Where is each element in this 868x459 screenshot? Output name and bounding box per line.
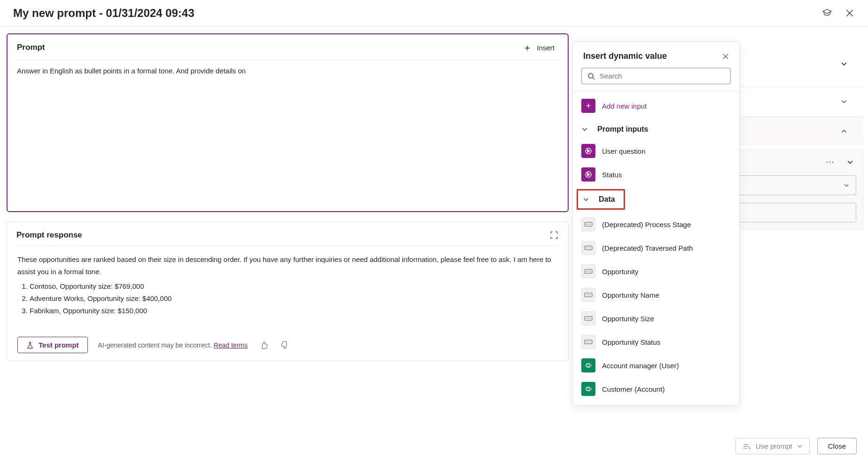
insert-label: Insert <box>537 44 555 52</box>
item-label: (Deprecated) Traversed Path <box>602 244 693 252</box>
response-section-label: Prompt response <box>16 230 82 240</box>
use-prompt-icon <box>743 443 751 450</box>
list-item: Adventure Works, Opportunity size: $400,… <box>30 293 558 305</box>
disclaimer: AI-generated content may be incorrect. R… <box>98 341 248 349</box>
prompt-input-item[interactable]: Status <box>573 163 739 186</box>
response-footer: Test prompt AI-generated content may be … <box>7 321 568 353</box>
chevron-down-icon <box>581 126 588 133</box>
text-field-icon <box>581 241 595 255</box>
text-field-icon <box>581 288 595 302</box>
footer: Use prompt Close <box>735 438 857 454</box>
left-column: Prompt ＋ Insert Answer in English as bul… <box>5 33 569 361</box>
close-button[interactable]: Close <box>817 438 857 454</box>
search-icon <box>587 72 595 80</box>
text-field-icon <box>581 217 595 231</box>
search-input[interactable] <box>600 72 725 80</box>
prompt-card-header: Prompt ＋ Insert <box>17 34 558 60</box>
insert-button[interactable]: ＋ Insert <box>519 41 558 54</box>
chevron-down-icon <box>583 196 589 203</box>
learn-icon[interactable] <box>822 8 832 18</box>
svg-point-4 <box>588 73 593 78</box>
chevron-down-icon[interactable] <box>847 159 853 166</box>
prompt-card: Prompt ＋ Insert Answer in English as bul… <box>7 33 569 212</box>
svg-line-5 <box>593 78 594 79</box>
prompt-textarea[interactable]: Answer in English as bullet points in a … <box>8 60 568 211</box>
data-item[interactable]: (Deprecated) Process Stage <box>573 213 739 236</box>
add-new-input-label: Add new input <box>602 102 647 110</box>
chevron-down-icon[interactable] <box>841 98 847 105</box>
close-icon[interactable] <box>845 8 855 18</box>
add-new-input-button[interactable]: + Add new input <box>573 97 739 119</box>
header: My new prompt - 01/31/2024 09:43 <box>0 0 868 27</box>
list-item: Fabrikam, Opportunity size: $150,000 <box>30 305 558 317</box>
page-title: My new prompt - 01/31/2024 09:43 <box>13 7 195 20</box>
text-field-icon <box>581 335 595 349</box>
response-intro: These opportunities are ranked based on … <box>17 253 558 278</box>
item-label: Opportunity Size <box>602 315 654 323</box>
use-prompt-button[interactable]: Use prompt <box>735 438 810 454</box>
read-terms-link[interactable]: Read terms <box>214 341 248 349</box>
item-label: Opportunity Status <box>602 338 660 346</box>
item-label: Opportunity Name <box>602 291 659 299</box>
use-prompt-label: Use prompt <box>756 442 792 450</box>
thumbs-down-icon[interactable] <box>281 341 289 349</box>
section-title: Prompt inputs <box>597 125 648 134</box>
response-body: These opportunities are ranked based on … <box>7 246 568 321</box>
panel-title: Insert dynamic value <box>583 51 667 61</box>
input-icon <box>581 167 595 182</box>
data-item[interactable]: Customer (Account) <box>573 377 739 401</box>
data-item[interactable]: Opportunity Name <box>573 283 739 307</box>
item-label: Account manager (User) <box>602 362 679 370</box>
text-field-icon <box>581 264 595 278</box>
list-item: Contoso, Opportunity size: $769,000 <box>30 280 558 293</box>
prompt-section-label: Prompt <box>17 43 45 52</box>
chevron-down-icon <box>797 443 803 449</box>
response-list: Contoso, Opportunity size: $769,000 Adve… <box>30 280 558 317</box>
more-icon[interactable]: ··· <box>826 158 835 166</box>
expand-icon[interactable] <box>549 230 559 240</box>
chevron-down-icon[interactable] <box>841 61 847 67</box>
item-label: Status <box>602 171 622 179</box>
response-card-header: Prompt response <box>16 222 559 246</box>
panel-close-icon[interactable] <box>722 53 729 60</box>
section-prompt-inputs[interactable]: Prompt inputs <box>573 119 739 139</box>
input-icon <box>581 144 595 158</box>
data-item[interactable]: Opportunity Status <box>573 330 739 354</box>
divider <box>573 91 739 91</box>
item-label: Opportunity <box>602 268 639 276</box>
text-field-icon <box>581 311 595 325</box>
search-box[interactable] <box>581 68 731 84</box>
data-item[interactable]: (Deprecated) Traversed Path <box>573 236 739 260</box>
response-card: Prompt response These opportunities are … <box>7 222 569 361</box>
plus-icon: + <box>581 99 595 113</box>
section-data[interactable]: Data <box>577 189 625 210</box>
prompt-input-item[interactable]: User question <box>573 139 739 163</box>
item-label: Customer (Account) <box>602 385 665 393</box>
lookup-icon <box>581 358 595 372</box>
plus-icon: ＋ <box>523 43 532 52</box>
test-prompt-label: Test prompt <box>39 341 79 349</box>
data-item[interactable]: Opportunity Size <box>573 307 739 330</box>
search-wrap <box>573 68 739 91</box>
lookup-icon <box>581 382 595 396</box>
section-title: Data <box>599 195 615 204</box>
item-label: User question <box>602 147 646 155</box>
panel-header: Insert dynamic value <box>573 42 739 68</box>
item-label: (Deprecated) Process Stage <box>602 221 691 229</box>
thumbs-up-icon[interactable] <box>260 341 268 349</box>
chevron-up-icon[interactable] <box>841 128 847 135</box>
data-item[interactable]: Account manager (User) <box>573 354 739 377</box>
data-item[interactable]: Opportunity <box>573 260 739 283</box>
test-prompt-button[interactable]: Test prompt <box>17 337 88 353</box>
dynamic-value-panel: Insert dynamic value + Add new input Pro… <box>572 41 740 406</box>
header-actions <box>822 8 855 18</box>
